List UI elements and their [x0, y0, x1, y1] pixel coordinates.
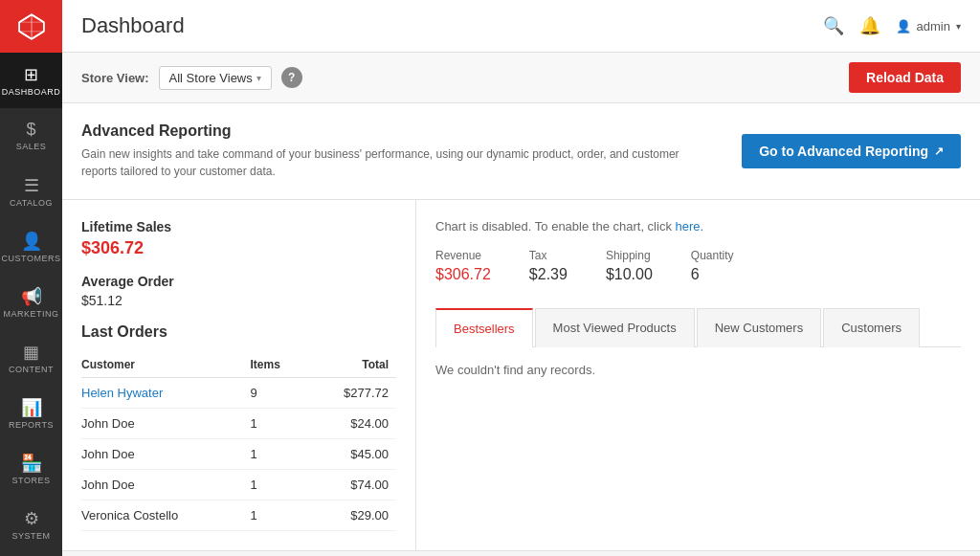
sidebar-item-stores[interactable]: 🏪 Stores [0, 441, 62, 497]
store-bar-left: Store View: All Store Views ▾ ? [81, 66, 302, 90]
tabs-container: BestsellersMost Viewed ProductsNew Custo… [416, 293, 980, 392]
bottom-left: Lifetime Sales $306.72 Average Order $51… [62, 200, 416, 550]
last-orders-section: Last Orders Customer Items Total Helen H… [81, 323, 396, 531]
customer-cell: Helen Hywater [81, 378, 250, 409]
page-title: Dashboard [81, 13, 185, 38]
items-cell: 1 [250, 409, 311, 439]
metrics-row: Revenue$306.72Tax$2.39Shipping$10.00Quan… [435, 249, 961, 283]
search-icon[interactable]: 🔍 [823, 15, 844, 36]
metric-item: Shipping$10.00 [606, 249, 653, 283]
customer-cell: John Doe [81, 439, 250, 470]
last-orders-table: Customer Items Total Helen Hywater9$277.… [81, 352, 396, 531]
go-to-advanced-reporting-button[interactable]: Go to Advanced Reporting ↗ [742, 134, 961, 168]
total-cell: $45.00 [311, 439, 396, 470]
marketing-icon: 📢 [21, 286, 42, 307]
total-cell: $24.00 [311, 409, 396, 439]
chart-disabled-text: Chart is disabled. To enable the chart, … [435, 219, 961, 234]
sidebar-item-sales[interactable]: $ Sales [0, 108, 62, 164]
tab-bestsellers[interactable]: Bestsellers [435, 308, 533, 347]
metric-value: $2.39 [529, 266, 568, 283]
metric-item: Revenue$306.72 [435, 249, 491, 283]
lifetime-sales-label: Lifetime Sales [81, 219, 396, 234]
tab-new-customers[interactable]: New Customers [697, 308, 821, 347]
content-icon: ▦ [23, 342, 39, 363]
bottom-area: Lifetime Sales $306.72 Average Order $51… [62, 200, 980, 551]
sidebar-item-customers[interactable]: 👤 Customers [0, 219, 62, 275]
sidebar-item-marketing[interactable]: 📢 Marketing [0, 275, 62, 330]
chevron-down-icon: ▾ [256, 73, 261, 83]
system-icon: ⚙ [24, 508, 39, 529]
sidebar-item-label: Reports [9, 420, 54, 431]
metric-value: $10.00 [606, 266, 653, 283]
last-orders-title: Last Orders [81, 323, 396, 341]
lifetime-sales-value: $306.72 [81, 238, 396, 258]
sidebar-item-catalog[interactable]: ☰ Catalog [0, 164, 62, 219]
stores-icon: 🏪 [21, 453, 42, 474]
table-row: Veronica Costello1$29.00 [81, 500, 396, 531]
chart-enable-link[interactable]: here. [676, 219, 704, 234]
total-cell: $29.00 [311, 500, 396, 531]
customer-link[interactable]: Helen Hywater [81, 386, 163, 400]
content-area: Store View: All Store Views ▾ ? Reload D… [62, 53, 980, 556]
items-cell: 1 [250, 470, 311, 500]
user-icon: 👤 [896, 19, 911, 33]
notification-bell-icon[interactable]: 🔔 [859, 15, 880, 36]
customer-cell: Veronica Costello [81, 500, 250, 531]
advanced-reporting-description: Gain new insights and take command of yo… [81, 145, 703, 180]
sidebar-item-label: Content [9, 365, 54, 375]
catalog-icon: ☰ [24, 175, 39, 196]
tab-most-viewed[interactable]: Most Viewed Products [535, 308, 695, 347]
reload-data-button[interactable]: Reload Data [849, 62, 961, 93]
sidebar-item-label: Dashboard [2, 87, 61, 98]
metric-item: Quantity6 [691, 249, 734, 283]
tabs-row: BestsellersMost Viewed ProductsNew Custo… [435, 308, 961, 347]
sidebar-item-label: System [11, 531, 50, 542]
sidebar-item-label: Sales [16, 142, 47, 152]
dashboard-icon: ⊞ [24, 64, 38, 85]
sidebar-item-system[interactable]: ⚙ System [0, 497, 62, 552]
sidebar-item-extensions[interactable]: 🔌 Find Partners & Extensions [0, 552, 62, 556]
tab-content: We couldn't find any records. [435, 347, 961, 392]
tab-customers[interactable]: Customers [823, 308, 920, 347]
average-order-label: Average Order [81, 274, 396, 289]
items-cell: 9 [250, 378, 311, 409]
sidebar-logo [0, 0, 62, 53]
sales-icon: $ [26, 120, 35, 140]
col-total: Total [311, 352, 396, 378]
customer-cell: John Doe [81, 409, 250, 439]
reports-icon: 📊 [21, 397, 42, 418]
sidebar-item-reports[interactable]: 📊 Reports [0, 386, 62, 441]
metric-item: Tax$2.39 [529, 249, 568, 283]
items-cell: 1 [250, 439, 311, 470]
sidebar-item-label: Customers [2, 254, 61, 264]
table-row: John Doe1$24.00 [81, 409, 396, 439]
table-row: Helen Hywater9$277.72 [81, 378, 396, 409]
external-link-icon: ↗ [934, 145, 944, 158]
metric-label: Tax [529, 249, 568, 262]
user-menu[interactable]: 👤 admin ▾ [896, 19, 961, 33]
customer-cell: John Doe [81, 470, 250, 500]
help-icon[interactable]: ? [281, 67, 302, 88]
sidebar-item-label: Marketing [4, 309, 59, 320]
store-view-label: Store View: [81, 71, 149, 85]
customers-icon: 👤 [21, 231, 42, 252]
chevron-down-icon: ▾ [956, 21, 961, 32]
sidebar-item-content[interactable]: ▦ Content [0, 330, 62, 386]
col-customer: Customer [81, 352, 250, 378]
metrics-block: Chart is disabled. To enable the chart, … [416, 200, 980, 283]
sidebar-item-dashboard[interactable]: ⊞ Dashboard [0, 53, 62, 108]
empty-records-message: We couldn't find any records. [435, 363, 595, 377]
store-view-select[interactable]: All Store Views ▾ [159, 66, 272, 90]
main-content: Dashboard 🔍 🔔 👤 admin ▾ Store View: All … [62, 0, 980, 556]
average-order-value: $51.12 [81, 293, 396, 308]
table-row: John Doe1$74.00 [81, 470, 396, 500]
header: Dashboard 🔍 🔔 👤 admin ▾ [62, 0, 980, 53]
sidebar-item-label: Stores [12, 476, 51, 486]
bottom-right: Chart is disabled. To enable the chart, … [416, 200, 980, 550]
lifetime-sales-block: Lifetime Sales $306.72 Average Order $51… [81, 219, 396, 308]
metric-label: Shipping [606, 249, 653, 262]
total-cell: $74.00 [311, 470, 396, 500]
metric-label: Revenue [435, 249, 491, 262]
sidebar-item-label: Catalog [10, 198, 53, 209]
items-cell: 1 [250, 500, 311, 531]
